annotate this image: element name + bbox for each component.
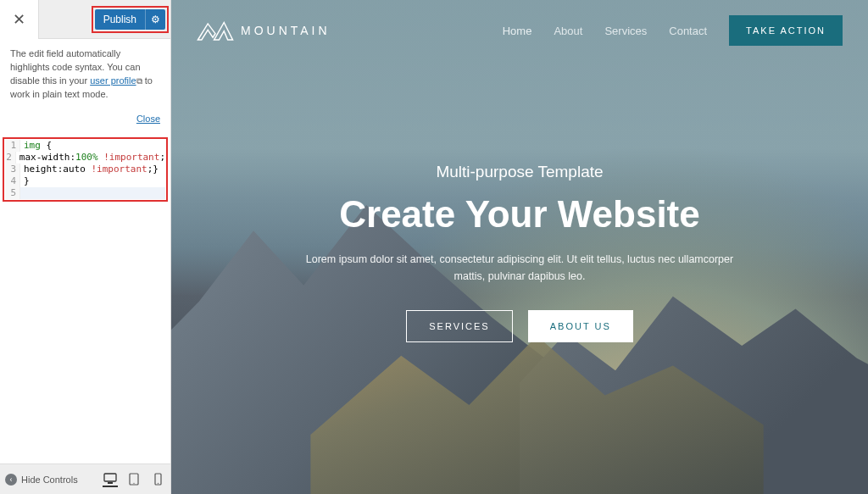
hero-about-button[interactable]: ABOUT US xyxy=(528,310,633,342)
publish-button-group: Publish ⚙ xyxy=(95,9,165,30)
css-code-editor[interactable]: 1img {2max-width:100% !important;3height… xyxy=(5,140,165,199)
line-number: 5 xyxy=(5,187,20,199)
user-profile-link[interactable]: user profile xyxy=(90,75,136,86)
site-preview: MOUNTAIN Home About Services Contact TAK… xyxy=(171,0,868,494)
line-number: 2 xyxy=(5,152,16,164)
customizer-panel: ✕ Publish ⚙ The edit field automatically… xyxy=(0,0,171,494)
desktop-preview-button[interactable] xyxy=(103,472,118,487)
nav-services[interactable]: Services xyxy=(604,25,647,37)
take-action-button[interactable]: TAKE ACTION xyxy=(729,15,843,46)
hero-section: Multi-purpose Template Create Your Websi… xyxy=(171,61,868,494)
line-number: 1 xyxy=(5,140,20,152)
mountain-logo-icon xyxy=(197,19,234,42)
customizer-footer: ‹ Hide Controls xyxy=(0,463,170,494)
code-line[interactable]: 3height:auto !important;} xyxy=(5,164,165,175)
nav-contact[interactable]: Contact xyxy=(669,25,707,37)
hide-controls-button[interactable]: ‹ Hide Controls xyxy=(5,474,78,486)
close-link[interactable]: Close xyxy=(136,114,160,124)
customizer-header: ✕ Publish ⚙ xyxy=(0,0,170,39)
svg-point-5 xyxy=(157,483,158,484)
line-number: 3 xyxy=(5,164,20,175)
site-brand[interactable]: MOUNTAIN xyxy=(197,19,331,42)
main-nav: Home About Services Contact TAKE ACTION xyxy=(503,15,843,46)
code-text[interactable]: max-width:100% !important; xyxy=(16,152,165,164)
chevron-left-icon: ‹ xyxy=(5,474,17,486)
code-text[interactable]: height:auto !important;} xyxy=(20,164,159,175)
gear-icon: ⚙ xyxy=(151,14,160,25)
publish-button[interactable]: Publish xyxy=(95,9,145,30)
external-link-icon: ⧉ xyxy=(136,75,142,88)
code-text[interactable] xyxy=(20,187,165,199)
code-line[interactable]: 2max-width:100% !important; xyxy=(5,152,165,164)
hero-services-button[interactable]: SERVICES xyxy=(406,310,512,342)
site-header: MOUNTAIN Home About Services Contact TAK… xyxy=(171,0,868,61)
code-line[interactable]: 4} xyxy=(5,175,165,187)
code-text[interactable]: img { xyxy=(20,140,52,152)
hero-title: Create Your Website xyxy=(339,193,699,236)
desktop-icon xyxy=(103,473,117,485)
editor-description: The edit field automatically highlights … xyxy=(0,39,170,110)
hero-subtitle: Multi-purpose Template xyxy=(436,163,603,181)
hero-buttons: SERVICES ABOUT US xyxy=(406,310,632,342)
svg-point-3 xyxy=(133,483,134,484)
line-number: 4 xyxy=(5,175,20,187)
publish-settings-button[interactable]: ⚙ xyxy=(145,9,165,30)
hide-controls-label: Hide Controls xyxy=(21,475,78,485)
svg-rect-0 xyxy=(104,474,116,481)
code-line[interactable]: 1img { xyxy=(5,140,165,152)
css-code-editor-highlight: 1img {2max-width:100% !important;3height… xyxy=(4,139,166,200)
svg-rect-1 xyxy=(108,482,113,484)
device-preview-toggles xyxy=(103,472,165,487)
code-text[interactable]: } xyxy=(20,175,30,187)
mobile-preview-button[interactable] xyxy=(150,472,165,487)
tablet-preview-button[interactable] xyxy=(126,472,142,487)
close-desc-row: Close xyxy=(0,110,170,130)
preview-content: MOUNTAIN Home About Services Contact TAK… xyxy=(171,0,868,494)
code-line[interactable]: 5 xyxy=(5,187,165,199)
nav-home[interactable]: Home xyxy=(503,25,532,37)
mobile-icon xyxy=(154,473,162,486)
hero-description: Lorem ipsum dolor sit amet, consectetur … xyxy=(299,251,740,285)
brand-name: MOUNTAIN xyxy=(241,24,331,37)
close-panel-button[interactable]: ✕ xyxy=(0,0,39,39)
tablet-icon xyxy=(129,473,139,486)
nav-about[interactable]: About xyxy=(554,25,582,37)
